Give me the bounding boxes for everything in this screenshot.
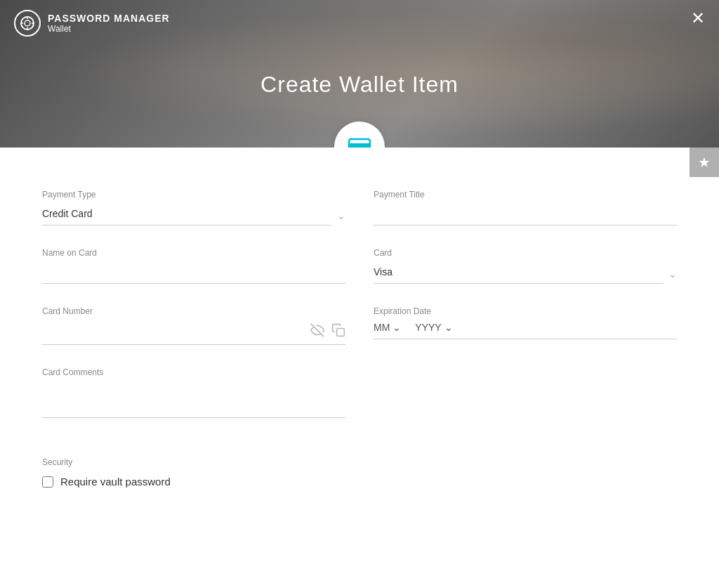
- card-number-label: Card Number: [42, 306, 345, 316]
- payment-title-field: Payment Title: [374, 190, 677, 226]
- favorite-button[interactable]: ★: [690, 148, 719, 177]
- security-label: Security: [42, 457, 677, 467]
- form-area: Payment Type ⌄ Payment Title Name on Car…: [0, 148, 719, 516]
- credit-card-icon: [345, 133, 374, 148]
- payment-type-select[interactable]: ⌄: [42, 205, 345, 226]
- require-vault-checkbox[interactable]: [42, 476, 53, 488]
- form-row-1: Payment Type ⌄ Payment Title: [42, 190, 677, 226]
- card-type-input[interactable]: [374, 263, 663, 284]
- expiry-month-select[interactable]: MM ⌄: [374, 322, 401, 333]
- close-button[interactable]: ✕: [691, 10, 705, 27]
- form-row-4: Card Comments: [42, 367, 677, 421]
- payment-type-label: Payment Type: [42, 190, 345, 200]
- card-type-field: Card ⌄: [374, 248, 677, 284]
- copy-icon: [331, 323, 345, 337]
- payment-title-input[interactable]: [374, 205, 677, 226]
- card-type-label: Card: [374, 248, 677, 258]
- expiry-year-label: YYYY: [415, 322, 441, 333]
- payment-type-field: Payment Type ⌄: [42, 190, 345, 226]
- form-row-2: Name on Card Card ⌄: [42, 248, 677, 284]
- payment-title-label: Payment Title: [374, 190, 677, 200]
- card-icon-circle: [334, 122, 385, 148]
- card-comments-input[interactable]: [42, 383, 345, 418]
- svg-rect-7: [349, 143, 370, 148]
- name-on-card-label: Name on Card: [42, 248, 345, 258]
- expiry-month-chevron-icon: ⌄: [393, 322, 401, 333]
- svg-point-1: [25, 20, 30, 26]
- expiry-year-chevron-icon: ⌄: [444, 322, 453, 333]
- card-number-input-wrapper: [42, 322, 345, 345]
- form-row-3: Card Number: [42, 306, 677, 345]
- header-background: PASSWORD MANAGER Wallet Create Wallet It…: [0, 0, 719, 148]
- page-title: Create Wallet Item: [260, 72, 459, 98]
- card-icon-wrapper: [334, 122, 385, 148]
- payment-type-chevron-icon: ⌄: [337, 210, 345, 221]
- app-name-block: PASSWORD MANAGER Wallet: [48, 13, 170, 34]
- name-on-card-input[interactable]: [42, 263, 345, 284]
- app-subtitle: Wallet: [48, 24, 170, 34]
- logo-icon: [14, 10, 41, 37]
- security-section: Security Require vault password: [42, 443, 677, 488]
- copy-button[interactable]: [331, 323, 345, 337]
- placeholder-right: [374, 367, 677, 421]
- card-number-icons: [310, 323, 345, 337]
- card-type-chevron-icon: ⌄: [668, 268, 677, 280]
- require-vault-label[interactable]: Require vault password: [60, 476, 171, 488]
- payment-type-input[interactable]: [42, 205, 331, 226]
- card-number-input[interactable]: [42, 322, 305, 339]
- card-type-select[interactable]: ⌄: [374, 263, 677, 284]
- svg-rect-9: [337, 329, 345, 337]
- card-comments-field: Card Comments: [42, 367, 345, 421]
- card-number-field: Card Number: [42, 306, 345, 345]
- app-logo: PASSWORD MANAGER Wallet: [14, 10, 170, 37]
- expiration-date-field: Expiration Date MM ⌄ YYYY ⌄: [374, 306, 677, 345]
- name-on-card-field: Name on Card: [42, 248, 345, 284]
- expiry-month-label: MM: [374, 322, 390, 333]
- expiration-date-label: Expiration Date: [374, 306, 677, 316]
- app-title: PASSWORD MANAGER: [48, 13, 170, 24]
- toggle-visibility-button[interactable]: [310, 323, 324, 337]
- card-comments-label: Card Comments: [42, 367, 345, 377]
- modal-container: PASSWORD MANAGER Wallet Create Wallet It…: [0, 0, 719, 588]
- expiry-row: MM ⌄ YYYY ⌄: [374, 322, 677, 339]
- star-icon: ★: [698, 154, 711, 171]
- expiry-year-select[interactable]: YYYY ⌄: [415, 322, 452, 333]
- eye-off-icon: [310, 323, 324, 337]
- require-vault-row: Require vault password: [42, 476, 677, 488]
